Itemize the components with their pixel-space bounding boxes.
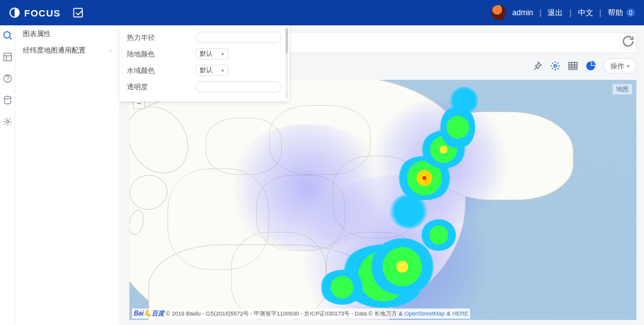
- here-link[interactable]: HERE: [452, 310, 468, 317]
- brand-text: FOCUS: [24, 8, 61, 18]
- pie-chart-icon[interactable]: [586, 61, 596, 71]
- settings-icon[interactable]: [3, 117, 13, 127]
- sidebar-item-map-config[interactable]: 经纬度地图通用配置 ›: [15, 42, 119, 58]
- sidebar: 图表属性 经纬度地图通用配置 ›: [15, 25, 119, 325]
- chevron-down-icon: ▾: [221, 68, 224, 73]
- help-badge: 0: [626, 8, 635, 17]
- data-icon[interactable]: [3, 95, 13, 105]
- panel-scrollbar[interactable]: [286, 28, 288, 99]
- heat-radius-input[interactable]: [195, 32, 282, 43]
- pin-icon[interactable]: [532, 61, 542, 71]
- operate-button[interactable]: 操作 ▾: [603, 58, 636, 73]
- dashboard-icon[interactable]: [3, 52, 13, 62]
- help-circle-icon[interactable]: [3, 73, 13, 84]
- language-link[interactable]: 中文: [578, 8, 593, 18]
- map-attribution: Bai🦶百度 © 2019 Baidu - GS(2018)5572号 - 甲测…: [132, 309, 470, 319]
- brand-logo[interactable]: FOCUS: [9, 7, 61, 18]
- svg-rect-0: [74, 8, 82, 17]
- prop-row-land-color: 陆地颜色 默认▾: [119, 46, 289, 62]
- prop-label: 热力半径: [127, 33, 195, 42]
- osm-link[interactable]: OpenStreetMap: [405, 310, 445, 317]
- opacity-input[interactable]: [195, 81, 282, 92]
- logo-icon: [9, 7, 20, 18]
- header-right: admin | 退出 | 中文 | 帮助 0: [491, 5, 635, 20]
- chevron-right-icon: ›: [110, 47, 112, 54]
- table-icon[interactable]: [568, 61, 578, 71]
- gear-icon[interactable]: [550, 61, 560, 71]
- sidebar-item-label: 图表属性: [23, 29, 51, 39]
- svg-point-4: [4, 96, 11, 99]
- svg-point-5: [6, 120, 9, 123]
- svg-rect-7: [569, 63, 577, 70]
- prop-row-opacity: 透明度: [119, 79, 289, 95]
- app-header: FOCUS admin | 退出 | 中文 | 帮助 0: [0, 0, 644, 25]
- map-canvas[interactable]: + − 地图 Bai🦶百度 © 2019 Baidu - GS(2018)557…: [129, 80, 636, 320]
- prop-row-water-color: 水域颜色 默认▾: [119, 62, 289, 79]
- logout-link[interactable]: 退出: [548, 8, 563, 18]
- heatmap-layer: [129, 80, 636, 320]
- nav-rail: [0, 25, 15, 325]
- svg-point-1: [4, 32, 10, 38]
- help-link[interactable]: 帮助 0: [608, 8, 635, 18]
- search-icon[interactable]: [3, 30, 13, 41]
- water-color-select[interactable]: 默认▾: [195, 65, 228, 76]
- svg-point-6: [554, 65, 556, 67]
- edit-icon[interactable]: [72, 7, 84, 18]
- prop-row-heat-radius: 热力半径: [119, 29, 289, 46]
- prop-label: 透明度: [127, 82, 195, 92]
- property-panel: 热力半径 陆地颜色 默认▾ 水域颜色 默认▾ 透明度: [119, 25, 289, 101]
- username[interactable]: admin: [513, 8, 534, 17]
- prop-label: 陆地颜色: [127, 49, 195, 59]
- map-layer-tag[interactable]: 地图: [612, 84, 633, 95]
- main-area: × 操作 ▾ 热力半径 陆地颜色 默认▾ 水域颜色: [119, 25, 644, 325]
- chevron-down-icon: ▾: [221, 51, 224, 57]
- land-color-select[interactable]: 默认▾: [195, 48, 228, 60]
- prop-label: 水域颜色: [127, 66, 195, 75]
- chevron-down-icon: ▾: [627, 63, 629, 69]
- sidebar-item-chart-props[interactable]: 图表属性: [15, 25, 119, 42]
- avatar[interactable]: [491, 5, 506, 20]
- chart-actions: 操作 ▾: [532, 57, 636, 75]
- baidu-logo-icon: Bai🦶百度: [134, 309, 164, 318]
- svg-rect-2: [4, 53, 11, 61]
- sidebar-item-label: 经纬度地图通用配置: [23, 46, 86, 55]
- refresh-button[interactable]: [620, 33, 636, 49]
